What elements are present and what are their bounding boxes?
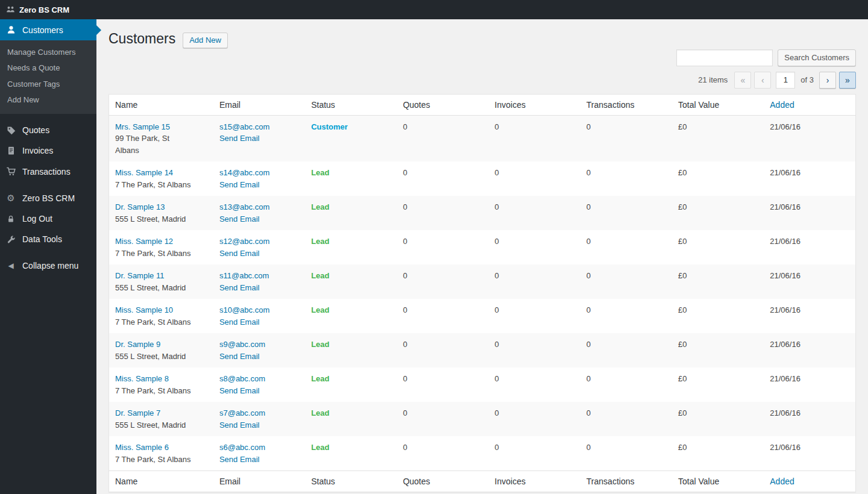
prev-page-button: ‹ [754,72,771,89]
customer-email-link[interactable]: s7@abc.com [219,408,265,417]
customer-name-link[interactable]: Dr. Sample 13 [115,202,165,211]
search-input[interactable] [676,49,773,66]
total-value-cell: £0 [672,196,764,230]
status-cell: Lead [305,402,397,436]
customer-email-link[interactable]: s10@abc.com [219,305,269,314]
column-header-added[interactable]: Added [764,471,855,492]
transactions-cell: 0 [580,299,672,333]
admin-sidebar: Customers Manage Customers Needs a Quote… [0,19,96,494]
sidebar-item-quotes[interactable]: Quotes [0,120,96,140]
sidebar-subitem-needs-a-quote[interactable]: Needs a Quote [0,60,96,76]
column-header-invoices[interactable]: Invoices [489,471,580,492]
customer-name-link[interactable]: Dr. Sample 11 [115,271,164,280]
customer-name-link[interactable]: Mrs. Sample 15 [115,122,170,131]
customer-row: Miss. Sample 10 7 The Park, St Albans s1… [109,299,856,333]
column-header-status[interactable]: Status [305,471,397,492]
search-customers-button[interactable]: Search Customers [778,49,856,66]
customer-email-link[interactable]: s12@abc.com [219,237,269,246]
send-email-link[interactable]: Send Email [219,180,259,189]
customer-email-link[interactable]: s6@abc.com [219,443,265,452]
sidebar-subitem-customer-tags[interactable]: Customer Tags [0,77,96,92]
status-badge: Lead [311,168,329,177]
invoices-cell: 0 [489,436,580,471]
customer-name-link[interactable]: Miss. Sample 10 [115,305,173,314]
customer-name-link[interactable]: Dr. Sample 7 [115,408,160,417]
column-header-name[interactable]: Name [109,471,213,492]
customer-email-link[interactable]: s8@abc.com [219,374,265,383]
email-cell: s9@abc.com Send Email [213,333,305,367]
customer-name-link[interactable]: Miss. Sample 8 [115,374,169,383]
send-email-link[interactable]: Send Email [219,421,259,430]
customer-name-link[interactable]: Miss. Sample 14 [115,168,173,177]
customer-address: 7 The Park, St Albans [115,454,195,466]
invoices-cell: 0 [489,161,580,196]
last-page-button[interactable]: » [839,72,856,89]
column-header-email[interactable]: Email [213,94,305,115]
customer-email-link[interactable]: s13@abc.com [219,202,269,211]
transactions-cell: 0 [580,230,672,264]
quotes-cell: 0 [397,367,488,402]
sidebar-subitem-manage-customers[interactable]: Manage Customers [0,45,96,60]
transactions-cell: 0 [580,333,672,367]
column-header-total-value[interactable]: Total Value [672,94,764,115]
name-cell: Dr. Sample 11 555 L Street, Madrid [109,264,213,299]
customer-email-link[interactable]: s14@abc.com [219,168,269,177]
name-cell: Miss. Sample 14 7 The Park, St Albans [109,161,213,196]
sidebar-item-transactions[interactable]: Transactions [0,161,96,182]
customer-email-link[interactable]: s15@abc.com [219,122,269,131]
column-header-added[interactable]: Added [764,94,855,115]
add-new-button[interactable]: Add New [183,33,228,48]
sidebar-item-collapse-menu[interactable]: ◀ Collapse menu [0,255,96,276]
total-pages-label: of 3 [800,75,814,84]
send-email-link[interactable]: Send Email [219,352,259,361]
column-header-email[interactable]: Email [213,471,305,492]
customer-email-link[interactable]: s9@abc.com [219,340,265,349]
column-header-invoices[interactable]: Invoices [489,94,580,115]
send-email-link[interactable]: Send Email [219,134,259,143]
send-email-link[interactable]: Send Email [219,214,259,224]
send-email-link[interactable]: Send Email [219,455,259,464]
sidebar-item-customers[interactable]: Customers [0,19,96,40]
customer-name-link[interactable]: Miss. Sample 6 [115,443,169,452]
customer-address: 7 The Park, St Albans [115,385,195,397]
status-badge: Lead [311,202,329,211]
total-value-cell: £0 [672,264,764,299]
added-cell: 21/06/16 [764,115,855,161]
column-header-total-value[interactable]: Total Value [672,471,764,492]
column-header-quotes[interactable]: Quotes [397,94,488,115]
email-cell: s13@abc.com Send Email [213,196,305,230]
column-header-transactions[interactable]: Transactions [580,471,672,492]
admin-bar-brand[interactable]: Zero BS CRM [6,5,69,14]
total-value-cell: £0 [672,436,764,471]
customer-name-link[interactable]: Miss. Sample 12 [115,237,173,246]
sidebar-item-invoices[interactable]: Invoices [0,140,96,161]
sidebar-item-zero-bs-crm[interactable]: ⚙ Zero BS CRM [0,188,96,208]
column-header-transactions[interactable]: Transactions [580,94,672,115]
invoices-cell: 0 [489,230,580,264]
customer-name-link[interactable]: Dr. Sample 9 [115,340,160,349]
customer-email-link[interactable]: s11@abc.com [219,271,269,280]
sidebar-item-data-tools-label: Data Tools [22,234,62,244]
page-title: Customers [108,30,175,48]
send-email-link[interactable]: Send Email [219,283,259,292]
search-toolbar: Search Customers [108,49,856,66]
column-header-status[interactable]: Status [305,94,397,115]
customer-row: Dr. Sample 13 555 L Street, Madrid s13@a… [109,196,856,230]
send-email-link[interactable]: Send Email [219,317,259,327]
email-cell: s7@abc.com Send Email [213,402,305,436]
status-cell: Lead [305,367,397,402]
column-header-name[interactable]: Name [109,94,213,115]
column-header-quotes[interactable]: Quotes [397,471,488,492]
name-cell: Dr. Sample 7 555 L Street, Madrid [109,402,213,436]
sidebar-item-data-tools[interactable]: Data Tools [0,229,96,249]
invoices-cell: 0 [489,196,580,230]
customers-table-wrap: NameEmailStatusQuotesInvoicesTransaction… [108,94,856,493]
send-email-link[interactable]: Send Email [219,386,259,395]
admin-bar-brand-label: Zero BS CRM [19,5,69,14]
next-page-button[interactable]: › [819,72,836,89]
sidebar-item-log-out[interactable]: Log Out [0,208,96,229]
quotes-cell: 0 [397,115,488,161]
send-email-link[interactable]: Send Email [219,249,259,258]
current-page-input[interactable] [776,72,795,89]
sidebar-subitem-add-new[interactable]: Add New [0,92,96,108]
